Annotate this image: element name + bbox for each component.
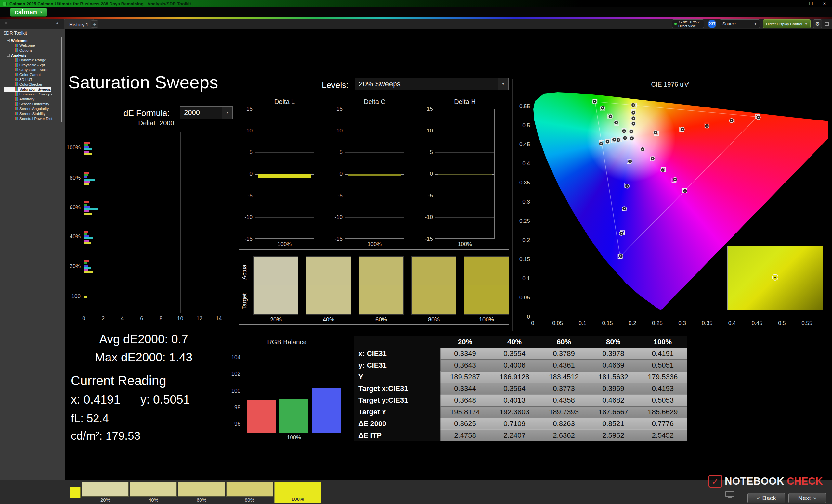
x-tick-label: 0.45 [747,320,767,327]
analysis-chart-icon [15,63,18,66]
tree-collapse-icon[interactable]: − [7,39,10,42]
maximize-button[interactable]: ❐ [808,1,814,6]
close-button[interactable]: ✕ [822,1,828,6]
de-formula-select[interactable]: 2000 ▼ [180,106,233,119]
sidebar-item-spectral-power-dist[interactable]: Spectral Power Dist. [4,116,53,121]
sidebar-item-analysis[interactable]: −Analysis [4,53,26,57]
sidebar-item-additivity[interactable]: Additivity [4,96,34,101]
settings-gear-icon[interactable]: ⚙ [813,20,822,28]
green-measurement-40-dot [616,122,617,123]
table-cell: 0.4013 [490,395,539,406]
thumbnail-label: 100% [274,496,321,502]
patch-count-badge[interactable]: 237 [708,20,716,28]
thumbnail-patch [130,482,177,497]
table-cell: 0.8521 [589,418,638,430]
back-label: Back [762,495,776,502]
source-select[interactable]: Source ▼ [720,20,760,28]
swatch-patch[interactable] [464,256,509,315]
thumbnail-100%[interactable]: 100% [274,482,321,503]
display-control-select[interactable]: Direct Display Control ▼ [763,20,810,28]
swatch-column: 80% [412,256,456,323]
grid-line [345,131,404,131]
y-tick-label: 0.5 [513,122,530,129]
sidebar-item-dynamic-range[interactable]: Dynamic Range [4,57,46,62]
y-tick-label: 0 [513,314,530,320]
swatch-level-label: 100% [464,316,509,323]
swatch-actual [359,256,403,285]
sidebar-item-welcome[interactable]: Welcome [4,43,35,48]
levels-select[interactable]: 20% Sweeps ▼ [355,78,509,90]
patch-preview-chip[interactable] [70,487,81,498]
monitor-icon[interactable] [725,491,734,499]
sidebar-item-3d-lut[interactable]: 3D LUT [4,77,32,82]
sidebar-item-screen-angularity[interactable]: Screen Angularity [4,106,49,111]
table-cell: 0.3773 [539,383,589,395]
tab-label: History 1 [69,22,88,27]
table-row-label: ΔE ITP [354,430,440,441]
add-tab-button[interactable]: + [91,21,98,28]
y-tick-label: 100% [59,144,81,151]
swatch-column: 60% [359,256,404,323]
sidebar-item-welcome[interactable]: −Welcome [4,38,27,43]
table-cell: 0.7776 [638,418,687,430]
y-tick-label: 0 [420,171,433,177]
sidebar-item-color-gamut[interactable]: Color Gamut [4,72,41,77]
thumbnail-20%[interactable]: 20% [82,482,129,503]
cyan-measurement-20-dot [624,137,626,139]
swatch-target [412,285,456,314]
deltae-bar-green [84,144,88,146]
sidebar-item-label: Screen Stability [20,112,46,116]
table-cell: 0.4682 [589,395,638,406]
sidebar-item-screen-stability[interactable]: Screen Stability [4,111,46,116]
table-cell: 0.8263 [539,418,589,430]
red-measurement-40-dot [682,129,683,130]
table-cell: 181.5632 [589,371,638,383]
sidebar-collapse-icon[interactable]: ◄ [55,21,59,25]
deltae-bar-cyan [84,208,98,210]
thumbnail-60%[interactable]: 60% [178,482,225,503]
analysis-chart-icon [15,78,18,81]
current-fl: fL: 52.4 [71,412,109,425]
next-button[interactable]: Next » [788,493,826,503]
minimize-button[interactable]: — [794,1,800,6]
notebookcheck-watermark: ✓ NOTEBOOKCHECK [708,475,823,488]
calman-menu-button[interactable]: calman ▼ [10,8,48,17]
tab-history-1[interactable]: History 1 [64,19,94,29]
swatch-column: 40% [306,256,351,323]
swatch-patch[interactable] [254,256,298,315]
magenta-measurement-60-dot [662,169,663,171]
sidebar-item-saturation-sweeps[interactable]: Saturation Sweeps [4,87,51,91]
meter-label: X-Rite i1Pro 2 Direct View [678,20,699,28]
y-tick-label: -15 [239,236,253,242]
green-measurement-60-dot [610,116,611,117]
delta-bar [348,174,401,176]
de-formula-label: dE Formula: [124,108,170,118]
meter-select[interactable]: X-Rite i1Pro 2 Direct View [672,20,704,28]
menu-icon[interactable]: ≡ [4,21,7,26]
table-cell: 0.3789 [539,348,589,360]
sidebar-item-grayscale-multi[interactable]: Grayscale - Multi [4,67,48,72]
display-control-label: Direct Display Control [766,22,802,26]
grid-line [243,374,345,374]
sidebar-item-label: 3D LUT [20,78,32,82]
thumbnail-80%[interactable]: 80% [226,482,273,503]
sidebar-item-screen-uniformity[interactable]: Screen Uniformity [4,101,49,106]
sidebar-item-grayscale-2pt[interactable]: Grayscale - 2pt [4,62,45,67]
deltae-bar-cyan [84,178,95,180]
swatch-patch[interactable] [359,256,404,315]
deltae-bar-cyan [84,267,91,269]
y-tick-label: 96 [228,421,240,427]
display-icon[interactable] [823,20,830,28]
tree-collapse-icon[interactable]: − [7,54,10,56]
thumbnail-40%[interactable]: 40% [130,482,177,503]
swatch-patch[interactable] [412,256,456,315]
table-cell: 0.4193 [638,383,687,395]
back-button[interactable]: « Back [748,493,785,503]
sidebar-item-colorchecker[interactable]: ColorChecker [4,82,42,87]
thumbnail-label: 40% [130,497,177,503]
sidebar-item-options[interactable]: Options [4,48,32,53]
y-tick-label: 60% [59,204,81,211]
swatch-target [307,285,351,314]
sidebar-item-luminance-sweeps[interactable]: Luminance Sweeps [4,91,52,96]
swatch-patch[interactable] [306,256,351,315]
